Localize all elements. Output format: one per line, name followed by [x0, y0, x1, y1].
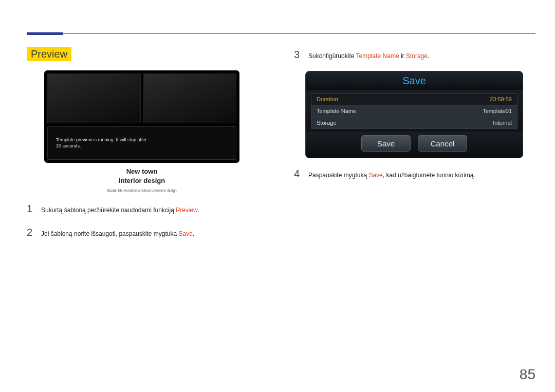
step-1-post: . — [197, 207, 199, 214]
preview-message-text: Template preview is running. It will sto… — [56, 137, 147, 149]
save-button[interactable]: Save — [361, 135, 411, 152]
step-1-text: Sukurtą šabloną peržiūrėkite naudodami f… — [41, 206, 199, 215]
step-3-mid: ir — [399, 52, 406, 60]
left-column: Preview Template preview is running. It … — [27, 47, 268, 249]
step-1-num: 1 — [27, 201, 34, 216]
save-dialog-buttons: Save Cancel — [306, 132, 523, 158]
preview-device: Template preview is running. It will sto… — [44, 70, 239, 163]
caption-line2: interior design — [119, 177, 165, 184]
save-row-template-name-label: Template Name — [317, 108, 356, 114]
step-1-hl: Preview — [176, 207, 197, 214]
step-4: 4 Paspauskite mygtuką Save, kad užbaigtu… — [294, 166, 535, 181]
preview-panes — [47, 73, 236, 123]
save-row-template-name[interactable]: Template Name Template01 — [311, 105, 517, 117]
content-columns: Preview Template preview is running. It … — [27, 47, 535, 249]
step-2-hl: Save — [179, 230, 193, 237]
save-row-duration-value: 23:59:59 — [490, 96, 512, 102]
preview-message-box: Template preview is running. It will sto… — [47, 126, 236, 160]
step-4-post: , kad užbaigtumėte turinio kūrimą. — [383, 172, 475, 179]
step-4-hl: Save — [368, 172, 382, 179]
right-column: 3 Sukonfigūruokite Template Name ir Stor… — [294, 47, 535, 249]
top-rule-accent — [27, 32, 63, 35]
step-3-pre: Sukonfigūruokite — [308, 52, 356, 60]
step-3-text: Sukonfigūruokite Template Name ir Storag… — [308, 52, 429, 61]
save-row-duration-label: Duration — [317, 96, 338, 102]
preview-caption: New town interior design — [44, 167, 239, 185]
step-3-post: . — [428, 52, 429, 60]
section-title: Preview — [27, 47, 71, 61]
step-3: 3 Sukonfigūruokite Template Name ir Stor… — [294, 47, 535, 62]
preview-pane-right — [143, 73, 237, 123]
save-row-duration[interactable]: Duration 23:59:59 — [311, 94, 517, 105]
save-row-storage[interactable]: Storage Internal — [311, 117, 517, 128]
step-4-text: Paspauskite mygtuką Save, kad užbaigtumė… — [308, 171, 475, 180]
save-row-template-name-value: Template01 — [483, 108, 512, 114]
caption-line1: New town — [126, 167, 158, 175]
step-4-pre: Paspauskite mygtuką — [308, 172, 368, 179]
step-1-pre: Sukurtą šabloną peržiūrėkite naudodami f… — [41, 207, 176, 214]
preview-pane-left — [47, 73, 141, 123]
cancel-button[interactable]: Cancel — [418, 135, 467, 152]
step-2: 2 Jei šabloną norite išsaugoti, paspausk… — [27, 225, 268, 239]
step-3-hl1: Template Name — [356, 52, 399, 60]
save-row-storage-label: Storage — [317, 120, 337, 126]
step-3-hl2: Storage — [406, 52, 428, 60]
save-dialog-title: Save — [306, 71, 523, 90]
save-dialog: Save Duration 23:59:59 Template Name Tem… — [305, 71, 523, 158]
save-row-storage-value: Internal — [493, 120, 512, 126]
save-dialog-list: Duration 23:59:59 Template Name Template… — [311, 93, 517, 129]
step-2-post: . — [193, 230, 194, 237]
page-number: 85 — [520, 366, 535, 383]
step-2-pre: Jei šabloną norite išsaugoti, paspauskit… — [41, 230, 179, 237]
top-rule — [27, 33, 535, 34]
step-3-num: 3 — [294, 47, 301, 62]
step-2-text: Jei šabloną norite išsaugoti, paspauskit… — [41, 230, 194, 238]
preview-caption-sub: Sustainble evolution unfolods tomorrw's … — [44, 189, 239, 192]
step-1: 1 Sukurtą šabloną peržiūrėkite naudodami… — [27, 201, 268, 216]
step-4-num: 4 — [294, 166, 301, 181]
step-2-num: 2 — [27, 225, 34, 239]
